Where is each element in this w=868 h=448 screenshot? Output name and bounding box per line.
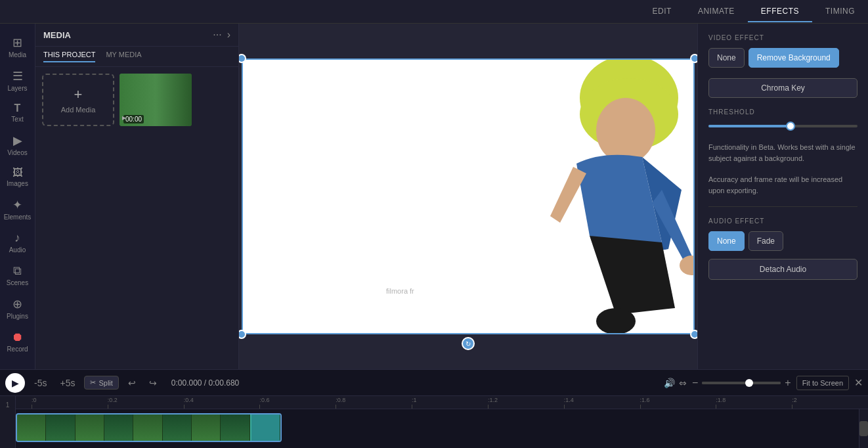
ruler-mark: :1	[412, 397, 488, 409]
sync-icons: 🔊 ⇔	[664, 378, 687, 388]
ruler-mark-label: :1.2	[488, 397, 498, 405]
video-effect-buttons: None Remove Background	[708, 48, 857, 68]
ruler-mark-label: :0.2	[108, 397, 118, 405]
detach-audio-btn[interactable]: Detach Audio	[708, 259, 857, 280]
sidebar-label-scenes: Scenes	[7, 279, 28, 286]
split-label: Split	[98, 379, 112, 387]
text-icon: T	[14, 102, 21, 114]
tab-effects[interactable]: EFFECTS	[748, 1, 812, 22]
add-media-button[interactable]: + Add Media	[42, 74, 114, 126]
ruler-mark-line	[259, 405, 260, 409]
clip-frame	[221, 414, 250, 441]
zoom-out-btn[interactable]: −	[692, 377, 698, 389]
ruler-mark: :0.8	[336, 397, 412, 409]
timeline-scrollbar-thumb[interactable]	[859, 421, 868, 437]
sidebar-label-images: Images	[7, 180, 28, 187]
handle-top-right[interactable]	[690, 54, 697, 63]
rotation-handle[interactable]: ↻	[462, 337, 475, 350]
ruler-mark: :1.2	[488, 397, 564, 409]
ruler-mark-line	[488, 405, 488, 409]
timeline-scrollbar[interactable]	[859, 409, 868, 448]
clip-frame	[133, 414, 162, 441]
tab-timing[interactable]: TIMING	[812, 1, 868, 22]
track-row-1	[16, 409, 859, 445]
zoom-slider-thumb[interactable]	[745, 379, 753, 387]
close-timeline-btn[interactable]: ✕	[854, 376, 863, 389]
sidebar-item-videos[interactable]: ▶ Videos	[0, 127, 35, 160]
canvas-wrapper: ↻	[242, 58, 695, 334]
skip-forward-btn[interactable]: +5s	[56, 375, 79, 391]
handle-bottom-right[interactable]	[690, 330, 697, 339]
svg-point-7	[596, 98, 655, 164]
sidebar-label-media: Media	[9, 51, 26, 58]
skip-back-btn[interactable]: -5s	[30, 375, 51, 391]
clip-frames	[17, 414, 280, 441]
bottom-timeline: ▶ -5s +5s ✂ Split ↩ ↪ 0:00.000 / 0:00.68…	[0, 369, 868, 448]
split-button[interactable]: ✂ Split	[84, 376, 118, 390]
video-clip[interactable]	[16, 413, 282, 442]
ruler-mark-line	[564, 405, 565, 409]
play-button[interactable]: ▶	[5, 373, 25, 393]
fade-audio-btn[interactable]: Fade	[749, 231, 783, 251]
none-video-btn[interactable]: None	[708, 48, 745, 68]
sidebar-item-text[interactable]: T Text	[0, 96, 35, 127]
ruler-mark-label: :0	[32, 397, 37, 405]
media-panel: MEDIA ··· › THIS PROJECT MY MEDIA + Add …	[35, 24, 239, 369]
sidebar-label-plugins: Plugins	[7, 313, 28, 320]
ruler-marks: :0:0.2:0.4:0.6:0.8:1:1.2:1.4:1.6:1.8:2	[32, 397, 868, 409]
ruler-mark: :1.6	[640, 397, 716, 409]
handle-bottom-left[interactable]	[239, 330, 246, 339]
canvas-content: filmora fr	[242, 58, 695, 334]
timeline-toolbar: ▶ -5s +5s ✂ Split ↩ ↪ 0:00.000 / 0:00.68…	[0, 370, 868, 396]
sidebar-item-record[interactable]: ⏺ Record	[0, 324, 35, 357]
media-panel-close-btn[interactable]: ›	[227, 29, 230, 41]
ruler-mark: :2	[792, 397, 868, 409]
timeline-ruler: :0:0.2:0.4:0.6:0.8:1:1.2:1.4:1.6:1.8:2	[16, 396, 868, 409]
sidebar-item-elements[interactable]: ✦ Elements	[0, 191, 35, 225]
media-thumb-item[interactable]: ▶ 00:00 vlc-record-2021...	[119, 74, 192, 126]
zoom-slider[interactable]	[702, 382, 781, 384]
redo-btn[interactable]: ↪	[145, 375, 161, 391]
threshold-thumb[interactable]	[786, 122, 795, 131]
threshold-slider[interactable]	[708, 121, 857, 131]
tab-edit[interactable]: EDIT	[640, 1, 685, 22]
sidebar-item-images[interactable]: 🖼 Images	[0, 160, 35, 191]
media-tab-project[interactable]: THIS PROJECT	[43, 51, 95, 62]
top-bar: EDIT ANIMATE EFFECTS TIMING	[0, 0, 868, 24]
media-panel-options[interactable]: ···	[213, 29, 221, 41]
ruler-mark-line	[412, 405, 412, 409]
scenes-icon: ⧉	[13, 264, 22, 278]
ruler-mark: :1.8	[716, 397, 792, 409]
chroma-key-btn[interactable]: Chroma Key	[708, 78, 857, 98]
none-audio-btn[interactable]: None	[708, 231, 745, 251]
ruler-mark: :0.2	[108, 397, 184, 409]
tab-animate[interactable]: ANIMATE	[685, 1, 748, 22]
remove-background-btn[interactable]: Remove Background	[749, 48, 839, 68]
clip-frame	[192, 414, 221, 441]
undo-btn[interactable]: ↩	[124, 375, 140, 391]
sidebar-item-plugins[interactable]: ⊕ Plugins	[0, 290, 35, 324]
fit-to-screen-btn[interactable]: Fit to Screen	[796, 376, 849, 390]
media-type-icon: ▶	[122, 115, 126, 121]
scissors-icon: ✂	[90, 378, 96, 387]
video-effect-title: VIDEO EFFECT	[708, 34, 857, 41]
record-icon: ⏺	[12, 330, 24, 344]
sidebar-item-media[interactable]: ⊞ Media	[0, 29, 35, 62]
zoom-in-btn[interactable]: +	[785, 377, 791, 389]
ruler-mark-line	[184, 405, 184, 409]
canvas-area: ↻	[239, 24, 697, 369]
sidebar-label-text: Text	[11, 116, 23, 123]
ruler-mark-line	[792, 405, 792, 409]
sidebar-item-scenes[interactable]: ⧉ Scenes	[0, 258, 35, 290]
media-thumb-overlay: ▶ 00:00	[121, 114, 190, 125]
threshold-fill	[708, 125, 791, 127]
media-tab-my[interactable]: MY MEDIA	[106, 51, 141, 62]
media-grid: + Add Media	[35, 67, 238, 133]
audio-icon: ♪	[14, 231, 20, 245]
sidebar-item-audio[interactable]: ♪ Audio	[0, 225, 35, 258]
videos-icon: ▶	[13, 133, 22, 148]
right-panel: VIDEO EFFECT None Remove Background Chro…	[697, 24, 868, 369]
sidebar-item-layers[interactable]: ☰ Layers	[0, 62, 35, 96]
link-icon: ⇔	[679, 378, 687, 388]
svg-point-9	[596, 308, 636, 334]
